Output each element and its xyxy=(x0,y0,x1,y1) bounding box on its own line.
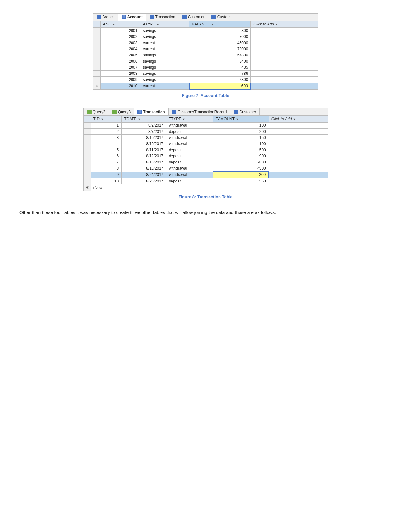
trans-ttype-2: withdrawal xyxy=(166,135,213,141)
tab-query2-label: Query2 xyxy=(93,110,105,114)
trans-tid-3: 4 xyxy=(91,141,122,147)
custom-table-icon: ☷ xyxy=(211,15,216,19)
tab-account[interactable]: ☷ Account xyxy=(118,14,146,21)
account-ano-6: 2007 xyxy=(100,64,140,71)
account-table-icon: ☷ xyxy=(122,15,126,19)
tab-transaction[interactable]: ☷ Transaction xyxy=(146,14,179,21)
transaction-table-icon: ☷ xyxy=(150,15,154,19)
trans-new-tid: (New) xyxy=(91,184,328,191)
trans-tdate-0: 8/2/2017 xyxy=(122,123,166,129)
body-paragraph: Other than these four tables it was nece… xyxy=(19,209,392,217)
tab-customer-label: Customer xyxy=(188,15,205,19)
trans-clicktoadd-8 xyxy=(269,172,328,178)
trans-header-clicktoadd[interactable]: Click to Add ▼ xyxy=(269,116,328,123)
trans-row-marker-7 xyxy=(83,165,91,172)
tab-customer2-label: Customer xyxy=(240,110,256,114)
account-balance-1: 7000 xyxy=(189,34,251,40)
tid-sort-icon[interactable]: ▼ xyxy=(101,118,103,121)
account-header-atype[interactable]: ATYPE ▼ xyxy=(140,21,189,28)
trans-ttype-8: withdrawal xyxy=(166,172,213,178)
account-clicktoadd-8 xyxy=(251,77,318,83)
trans-ttype-5: deposit xyxy=(166,153,213,159)
trans-header-tid[interactable]: TID ▼ xyxy=(91,116,122,123)
account-atype-4: savings xyxy=(140,52,189,58)
account-balance-7: 786 xyxy=(189,71,251,77)
tamount-sort-icon[interactable]: ▼ xyxy=(236,118,239,121)
transaction2-table-icon: ☷ xyxy=(137,110,142,114)
tab-branch-label: Branch xyxy=(103,15,115,19)
trans-new-row-marker: ✱ xyxy=(83,184,91,191)
trans-tamount-5: 900 xyxy=(213,153,269,159)
account-atype-9: current xyxy=(140,83,189,89)
ano-sort-icon[interactable]: ▼ xyxy=(113,23,115,26)
account-clicktoadd-3 xyxy=(251,46,318,52)
ttype-sort-icon[interactable]: ▼ xyxy=(182,118,185,121)
tab-account-label: Account xyxy=(127,15,143,19)
trans-tdate-6: 8/16/2017 xyxy=(122,159,166,165)
transaction-tab-bar[interactable]: ☷ Query2 ☷ Query3 ☷ Transaction ☷ Custom… xyxy=(83,108,328,115)
account-atype-2: current xyxy=(140,40,189,46)
tab-customer2[interactable]: ☷ Customer xyxy=(230,108,260,115)
trans-clicktoadd-5 xyxy=(269,153,328,159)
account-atype-7: savings xyxy=(140,71,189,77)
account-atype-8: savings xyxy=(140,77,189,83)
trans-ttype-7: withdrawal xyxy=(166,165,213,172)
account-ano-0: 2001 xyxy=(100,28,140,34)
account-row-marker-1 xyxy=(93,34,100,40)
trans-clicktoadd-1 xyxy=(269,129,328,135)
transaction-table-wrapper: ☷ Query2 ☷ Query3 ☷ Transaction ☷ Custom… xyxy=(83,108,328,191)
trans-clicktoadd-2 xyxy=(269,135,328,141)
tab-custom[interactable]: ☷ Custom... xyxy=(208,14,237,21)
tdate-sort-icon[interactable]: ▼ xyxy=(138,118,141,121)
tab-query2[interactable]: ☷ Query2 xyxy=(84,108,109,115)
transaction-table: TID ▼ TDATE ▼ TTYPE ▼ TAMOUNT ▼ xyxy=(83,115,328,191)
trans-header-tdate[interactable]: TDATE ▼ xyxy=(122,116,166,123)
account-header-clicktoadd[interactable]: Click to Add ▼ xyxy=(251,21,318,28)
account-balance-5: 3400 xyxy=(189,58,251,64)
account-row-marker-7 xyxy=(93,71,100,77)
tab-customer[interactable]: ☷ Customer xyxy=(179,14,208,21)
account-header-ano[interactable]: ANO ▼ xyxy=(100,21,140,28)
trans-tid-1: 2 xyxy=(91,129,122,135)
account-header-balance[interactable]: BALANCE ▼ xyxy=(189,21,251,28)
trans-clicktoadd-sort-icon[interactable]: ▼ xyxy=(293,118,296,121)
account-row-marker-9: ✎ xyxy=(93,83,100,89)
trans-tamount-3: 100 xyxy=(213,141,269,147)
trans-row-marker-4 xyxy=(83,147,91,153)
trans-tid-9: 10 xyxy=(91,178,122,184)
tab-branch[interactable]: ☷ Branch xyxy=(93,14,118,21)
trans-header-tamount[interactable]: TAMOUNT ▼ xyxy=(213,116,269,123)
trans-tdate-1: 8/7/2017 xyxy=(122,129,166,135)
account-clicktoadd-2 xyxy=(251,40,318,46)
tab-transaction-label: Transaction xyxy=(155,15,175,19)
trans-tamount-4: 500 xyxy=(213,147,269,153)
trans-header-ttype[interactable]: TTYPE ▼ xyxy=(166,116,213,123)
account-atype-3: current xyxy=(140,46,189,52)
account-ano-2: 2003 xyxy=(100,40,140,46)
trans-clicktoadd-7 xyxy=(269,165,328,172)
account-atype-0: savings xyxy=(140,28,189,34)
tab-ctr-label: CustomerTransactionRecord xyxy=(178,110,227,114)
account-atype-1: savings xyxy=(140,34,189,40)
trans-tdate-8: 8/24/2017 xyxy=(122,172,166,178)
figure7-section: ☷ Branch ☷ Account ☷ Transaction ☷ Custo… xyxy=(19,13,392,98)
balance-sort-icon[interactable]: ▼ xyxy=(211,23,214,26)
trans-tdate-4: 8/11/2017 xyxy=(122,147,166,153)
account-balance-9[interactable]: 600 xyxy=(189,83,251,89)
account-ano-5: 2006 xyxy=(100,58,140,64)
account-ano-8: 2009 xyxy=(100,77,140,83)
atype-sort-icon[interactable]: ▼ xyxy=(156,23,159,26)
tab-transaction2[interactable]: ☷ Transaction xyxy=(134,108,168,115)
account-row-marker-6 xyxy=(93,64,100,71)
trans-tdate-7: 8/16/2017 xyxy=(122,165,166,172)
clicktoadd-sort-icon[interactable]: ▼ xyxy=(275,23,278,26)
account-tab-bar[interactable]: ☷ Branch ☷ Account ☷ Transaction ☷ Custo… xyxy=(93,13,318,21)
account-ano-3: 2004 xyxy=(100,46,140,52)
tab-query3[interactable]: ☷ Query3 xyxy=(109,108,134,115)
account-row-marker-3 xyxy=(93,46,100,52)
tab-ctr[interactable]: ☷ CustomerTransactionRecord xyxy=(169,108,230,115)
trans-tamount-1: 200 xyxy=(213,129,269,135)
account-clicktoadd-5 xyxy=(251,58,318,64)
customer-table-icon: ☷ xyxy=(182,15,187,19)
trans-tamount-8[interactable]: 200 xyxy=(213,172,269,178)
